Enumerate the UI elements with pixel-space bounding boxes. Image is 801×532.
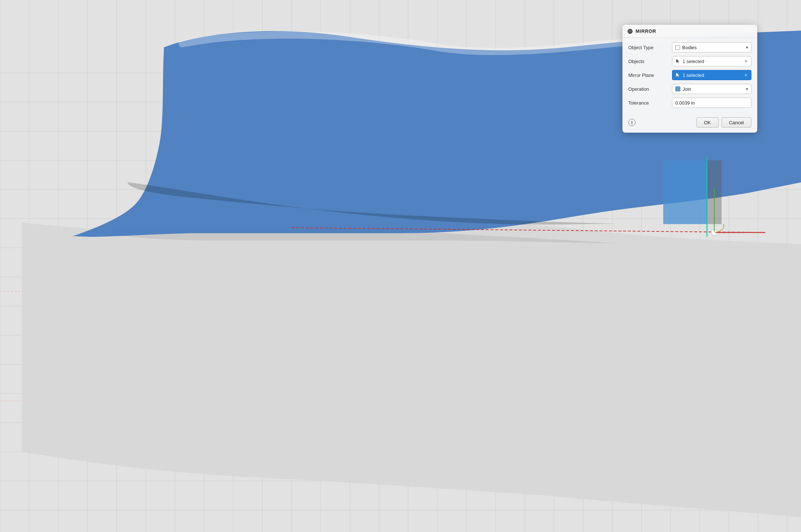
panel-bottom-bar: ℹ OK Cancel xyxy=(622,114,757,133)
operation-label: Operation xyxy=(628,86,668,92)
info-icon[interactable]: ℹ xyxy=(628,119,636,126)
operation-row: Operation Join ▼ xyxy=(628,84,751,94)
objects-selected-pill[interactable]: 1 selected × xyxy=(672,56,751,66)
bodies-icon xyxy=(675,45,680,50)
mirror-plane-selected-text: 1 selected xyxy=(683,73,741,78)
object-type-dropdown[interactable]: Bodies ▼ xyxy=(672,42,751,52)
operation-dropdown[interactable]: Join ▼ xyxy=(672,84,751,94)
objects-selected-text: 1 selected xyxy=(683,59,741,64)
cancel-button[interactable]: Cancel xyxy=(722,117,751,128)
mirror-plane-clear-button[interactable]: × xyxy=(743,72,749,78)
tolerance-label: Tolerance xyxy=(628,100,668,106)
tolerance-row: Tolerance 0.0039 in xyxy=(628,98,751,108)
tolerance-value: 0.0039 in xyxy=(675,100,695,106)
panel-title: MIRROR xyxy=(636,28,656,34)
objects-control: 1 selected × xyxy=(672,56,751,66)
mirror-plane-row: Mirror Plane 1 selected × xyxy=(628,70,751,80)
object-type-control: Bodies ▼ xyxy=(672,42,751,52)
object-type-row: Object Type Bodies ▼ xyxy=(628,42,751,52)
join-icon xyxy=(675,86,680,91)
mirror-panel: MIRROR Object Type Bodies ▼ Objects xyxy=(622,25,757,133)
tolerance-input[interactable]: 0.0039 in xyxy=(672,98,751,108)
tolerance-control: 0.0039 in xyxy=(672,98,751,108)
object-type-value: Bodies xyxy=(682,45,743,50)
object-type-label: Object Type xyxy=(628,45,668,50)
operation-arrow-icon: ▼ xyxy=(745,87,749,91)
svg-rect-47 xyxy=(663,160,707,224)
panel-minimize-button[interactable] xyxy=(628,29,633,34)
button-group: OK Cancel xyxy=(696,117,751,128)
objects-clear-button[interactable]: × xyxy=(743,58,749,64)
objects-label: Objects xyxy=(628,59,668,64)
mirror-plane-selected-pill[interactable]: 1 selected × xyxy=(672,70,751,80)
panel-title-bar: MIRROR xyxy=(622,25,757,38)
operation-value: Join xyxy=(683,86,743,92)
panel-body: Object Type Bodies ▼ Objects xyxy=(622,38,757,114)
object-type-arrow-icon: ▼ xyxy=(745,46,749,50)
operation-control: Join ▼ xyxy=(672,84,751,94)
mirror-plane-cursor-icon xyxy=(675,73,680,78)
ok-button[interactable]: OK xyxy=(696,117,719,128)
cursor-icon xyxy=(675,59,680,64)
mirror-plane-control: 1 selected × xyxy=(672,70,751,80)
objects-row: Objects 1 selected × xyxy=(628,56,751,66)
mirror-plane-label: Mirror Plane xyxy=(628,73,668,78)
